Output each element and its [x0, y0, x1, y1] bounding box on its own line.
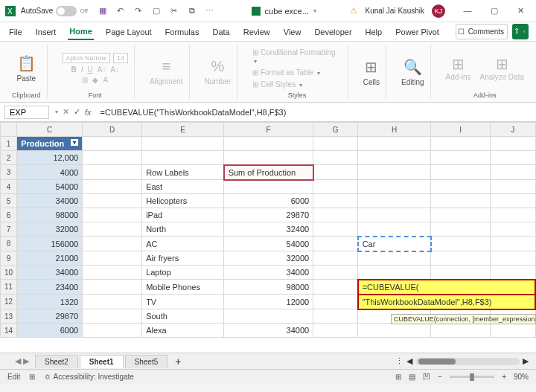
- cell[interactable]: [313, 324, 358, 338]
- cell[interactable]: Sum of Production: [224, 165, 313, 180]
- menu-page-layout[interactable]: Page Layout: [104, 25, 153, 39]
- row-header[interactable]: 11: [1, 280, 17, 295]
- cells-icon[interactable]: ⊞: [365, 58, 377, 76]
- cell[interactable]: [358, 194, 431, 208]
- cell[interactable]: [313, 222, 358, 237]
- cell[interactable]: Laptop: [142, 266, 224, 280]
- cell[interactable]: [431, 324, 491, 338]
- cell[interactable]: [491, 266, 535, 280]
- more-icon[interactable]: ⋯: [204, 5, 216, 17]
- cell[interactable]: [431, 266, 491, 280]
- menu-file[interactable]: File: [7, 25, 24, 39]
- cell[interactable]: TV: [142, 295, 224, 309]
- scroll-left-icon[interactable]: ◀: [406, 356, 412, 366]
- enter-icon[interactable]: ✓: [74, 107, 80, 117]
- cell[interactable]: [491, 194, 535, 208]
- cell[interactable]: 98000: [224, 280, 313, 295]
- font-up-icon[interactable]: A↑: [98, 65, 106, 74]
- row-header[interactable]: 5: [1, 194, 17, 208]
- cell[interactable]: Helicopters: [142, 194, 224, 208]
- italic-button[interactable]: I: [81, 65, 83, 74]
- cell[interactable]: [431, 180, 491, 194]
- cell[interactable]: Mobile Phones: [142, 280, 224, 295]
- font-down-icon[interactable]: A↓: [110, 65, 119, 74]
- cell[interactable]: [83, 324, 142, 338]
- cell[interactable]: [358, 165, 431, 180]
- cell[interactable]: [358, 180, 431, 194]
- cell[interactable]: [313, 237, 358, 251]
- cell[interactable]: [491, 180, 535, 194]
- cell[interactable]: 29870: [17, 309, 83, 324]
- cell[interactable]: Car: [358, 237, 431, 251]
- font-size[interactable]: 14: [113, 53, 128, 63]
- cell[interactable]: 34000: [17, 194, 83, 208]
- cell[interactable]: [83, 266, 142, 280]
- cell[interactable]: [224, 137, 313, 151]
- col-header[interactable]: I: [431, 123, 491, 137]
- menu-power-pivot[interactable]: Power Pivot: [394, 25, 441, 39]
- font-name[interactable]: Aptos Narrow: [63, 53, 111, 63]
- cell[interactable]: [83, 237, 142, 251]
- cell[interactable]: [491, 222, 535, 237]
- cell[interactable]: [224, 151, 313, 165]
- worksheet[interactable]: CDEFGHIJ 1Production ▾212,00034000Row La…: [0, 122, 536, 353]
- cell[interactable]: 23400: [17, 280, 83, 295]
- cell[interactable]: [83, 295, 142, 309]
- row-header[interactable]: 3: [1, 165, 17, 180]
- col-header[interactable]: [1, 123, 17, 137]
- grid[interactable]: CDEFGHIJ 1Production ▾212,00034000Row La…: [0, 122, 536, 338]
- row-header[interactable]: 7: [1, 222, 17, 237]
- cell[interactable]: [83, 251, 142, 266]
- row-header[interactable]: 1: [1, 137, 17, 151]
- name-dropdown-icon[interactable]: ▾: [55, 109, 58, 115]
- cell[interactable]: [358, 251, 431, 266]
- cell[interactable]: [358, 222, 431, 237]
- cell[interactable]: [313, 137, 358, 151]
- cell[interactable]: [431, 151, 491, 165]
- cell[interactable]: 1320: [17, 295, 83, 309]
- cell[interactable]: [313, 151, 358, 165]
- cell[interactable]: [83, 309, 142, 324]
- minimize-icon[interactable]: —: [457, 6, 478, 16]
- undo-icon[interactable]: ↶: [115, 5, 127, 17]
- cell[interactable]: [431, 237, 491, 251]
- cell[interactable]: [431, 251, 491, 266]
- analyze-icon[interactable]: ⊞: [496, 56, 508, 72]
- cell[interactable]: [491, 151, 535, 165]
- menu-insert[interactable]: Insert: [34, 25, 58, 39]
- alignment-icon[interactable]: ≡: [162, 58, 170, 75]
- menu-data[interactable]: Data: [211, 25, 231, 39]
- cell[interactable]: [83, 222, 142, 237]
- username[interactable]: Kunal Jai Kaushik: [365, 7, 424, 15]
- cancel-icon[interactable]: ✕: [63, 107, 69, 117]
- row-header[interactable]: 8: [1, 237, 17, 251]
- col-header[interactable]: C: [17, 123, 83, 137]
- zoom-in-icon[interactable]: +: [502, 373, 506, 381]
- add-sheet-button[interactable]: +: [169, 356, 187, 367]
- underline-button[interactable]: U: [88, 65, 93, 74]
- addins-icon[interactable]: ⊞: [452, 56, 465, 72]
- cell[interactable]: Production ▾: [17, 137, 83, 151]
- cell[interactable]: 54000: [17, 180, 83, 194]
- format-as-table-button[interactable]: ⊞ Format as Table ▾: [252, 68, 320, 77]
- cell[interactable]: 32000: [17, 222, 83, 237]
- row-header[interactable]: 12: [1, 295, 17, 309]
- row-header[interactable]: 9: [1, 251, 17, 266]
- cell[interactable]: [431, 165, 491, 180]
- cell[interactable]: [83, 165, 142, 180]
- cell[interactable]: [358, 266, 431, 280]
- col-header[interactable]: E: [142, 123, 224, 137]
- zoom-slider[interactable]: [450, 376, 494, 378]
- menu-home[interactable]: Home: [68, 24, 94, 40]
- row-header[interactable]: 10: [1, 266, 17, 280]
- col-header[interactable]: D: [83, 123, 142, 137]
- cell[interactable]: [431, 208, 491, 222]
- paste-icon[interactable]: 📋: [17, 54, 36, 72]
- menu-view[interactable]: View: [282, 25, 303, 39]
- cell[interactable]: [83, 180, 142, 194]
- tab-sheet1[interactable]: Sheet1: [80, 355, 124, 368]
- cell[interactable]: [142, 151, 224, 165]
- cell[interactable]: [491, 324, 535, 338]
- col-header[interactable]: H: [358, 123, 431, 137]
- zoom-level[interactable]: 90%: [514, 373, 529, 381]
